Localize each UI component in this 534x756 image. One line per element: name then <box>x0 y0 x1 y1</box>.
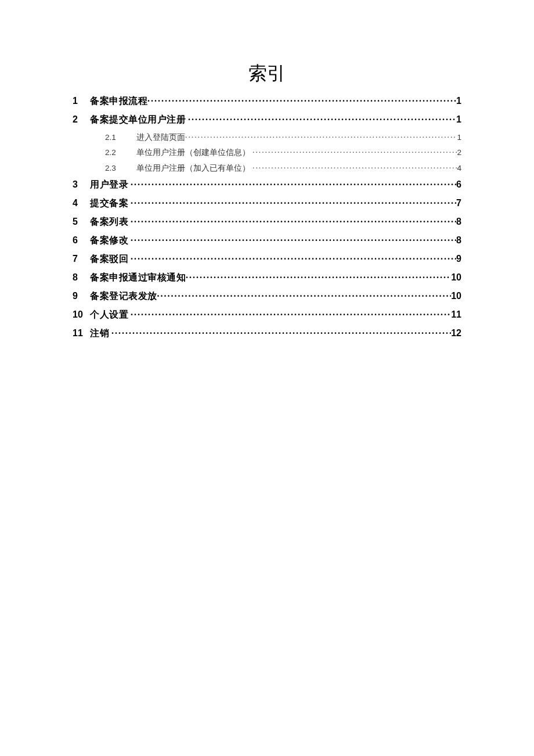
toc-entry[interactable]: 6 备案修改 8 <box>73 234 461 247</box>
toc-entry[interactable]: 9 备案登记表发放 10 <box>73 290 461 303</box>
toc-label: 备案列表 <box>90 216 128 228</box>
toc-number: 9 <box>73 291 90 301</box>
toc-label: 个人设置 <box>90 309 128 321</box>
toc-number: 5 <box>73 217 90 227</box>
toc-page: 10 <box>451 291 461 301</box>
toc-label: 注销 <box>90 327 109 340</box>
toc-leader <box>111 327 451 336</box>
toc-entry[interactable]: 4 提交备案 7 <box>73 197 461 210</box>
toc-leader <box>157 290 452 299</box>
toc-number: 2.2 <box>105 148 136 157</box>
toc-entry[interactable]: 7 备案驳回 9 <box>73 253 461 265</box>
toc-number: 3 <box>73 179 90 190</box>
toc-page: 8 <box>456 235 461 246</box>
toc-number: 4 <box>73 198 90 208</box>
page-title: 索引 <box>73 61 461 87</box>
toc-number: 8 <box>73 272 90 283</box>
toc-page: 1 <box>456 96 461 106</box>
toc-number: 1 <box>73 96 90 106</box>
toc-page: 7 <box>456 198 461 208</box>
toc-label: 备案申报通过审核通知 <box>90 272 186 284</box>
toc-subentry[interactable]: 2.2 单位用户注册（创建单位信息） 2 <box>73 147 461 159</box>
toc-label: 单位用户注册（创建单位信息） <box>136 147 250 158</box>
toc-page: 6 <box>456 179 461 190</box>
toc-entry[interactable]: 11 注销 12 <box>73 327 461 340</box>
toc-number: 6 <box>73 235 90 246</box>
toc-leader <box>131 234 456 243</box>
toc-entry[interactable]: 10 个人设置 11 <box>73 308 461 321</box>
toc-page: 12 <box>451 328 461 339</box>
toc-label: 进入登陆页面 <box>136 132 185 143</box>
toc-leader <box>186 271 451 280</box>
toc-entry[interactable]: 1 备案申报流程 1 <box>73 95 461 107</box>
toc-page: 4 <box>457 164 461 172</box>
toc-label: 备案申报流程 <box>90 95 147 107</box>
table-of-contents: 1 备案申报流程 1 2 备案提交单位用户注册 1 2.1 进入登陆页面 1 2… <box>73 95 461 340</box>
toc-entry[interactable]: 5 备案列表 8 <box>73 215 461 228</box>
toc-label: 用户登录 <box>90 179 128 191</box>
toc-entry[interactable]: 8 备案申报通过审核通知 10 <box>73 271 461 284</box>
toc-page: 1 <box>457 133 461 142</box>
toc-number: 2.1 <box>105 133 136 142</box>
toc-subentry[interactable]: 2.3 单位用户注册（加入已有单位） 4 <box>73 163 461 174</box>
toc-page: 1 <box>456 114 461 125</box>
toc-label: 提交备案 <box>90 197 128 210</box>
toc-leader <box>131 253 456 262</box>
toc-label: 备案修改 <box>90 235 128 247</box>
toc-page: 8 <box>456 217 461 227</box>
toc-number: 7 <box>73 254 90 264</box>
toc-leader <box>252 163 457 171</box>
document-page: 索引 1 备案申报流程 1 2 备案提交单位用户注册 1 2.1 进入登陆页面 … <box>73 61 461 340</box>
toc-label: 备案驳回 <box>90 253 128 265</box>
toc-label: 备案提交单位用户注册 <box>90 114 186 126</box>
toc-page: 2 <box>457 148 461 157</box>
toc-label: 单位用户注册（加入已有单位） <box>136 163 250 174</box>
toc-leader <box>131 308 451 318</box>
toc-entry[interactable]: 2 备案提交单位用户注册 1 <box>73 113 461 126</box>
toc-number: 10 <box>73 309 90 320</box>
toc-number: 2 <box>73 114 90 125</box>
toc-leader <box>252 147 457 156</box>
toc-leader <box>185 132 457 140</box>
toc-leader <box>131 197 456 206</box>
toc-page: 11 <box>451 309 461 320</box>
toc-leader <box>147 95 456 104</box>
toc-label: 备案登记表发放 <box>90 290 157 303</box>
toc-leader <box>131 178 456 188</box>
toc-subentry[interactable]: 2.1 进入登陆页面 1 <box>73 132 461 143</box>
toc-page: 10 <box>451 272 461 283</box>
toc-page: 9 <box>456 254 461 264</box>
toc-leader <box>188 113 456 123</box>
toc-leader <box>131 215 456 225</box>
toc-entry[interactable]: 3 用户登录 6 <box>73 178 461 191</box>
toc-number: 11 <box>73 328 90 339</box>
toc-number: 2.3 <box>105 164 136 172</box>
